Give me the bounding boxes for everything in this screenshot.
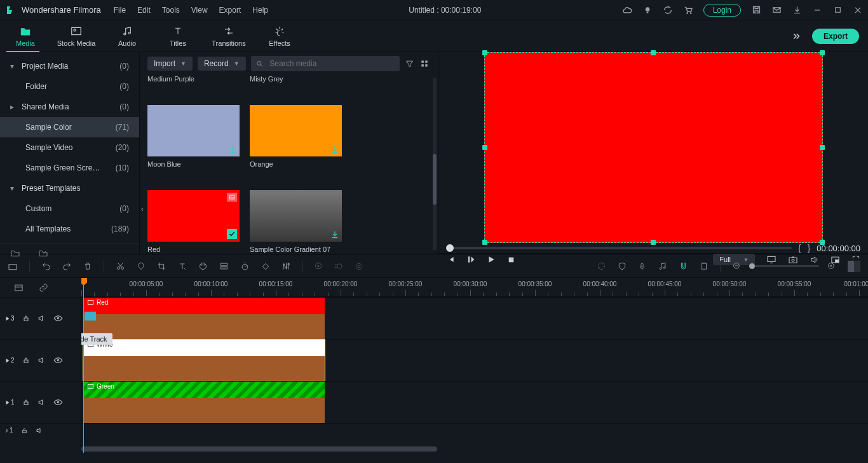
- play-pause-icon[interactable]: [466, 255, 475, 264]
- display-icon[interactable]: [766, 255, 776, 264]
- tab-transitions[interactable]: Transitions: [203, 25, 254, 47]
- tab-effects[interactable]: Effects: [254, 25, 305, 47]
- track-2[interactable]: White: [81, 339, 868, 381]
- bulb-icon[interactable]: [642, 5, 653, 15]
- detach-icon[interactable]: [219, 261, 229, 271]
- mixer-icon[interactable]: [658, 261, 667, 271]
- mark-in-icon[interactable]: {: [798, 243, 801, 253]
- track-expand-1[interactable]: 1: [5, 399, 15, 406]
- search-input[interactable]: [268, 59, 395, 69]
- download-icon[interactable]: [792, 5, 802, 15]
- mask-icon[interactable]: [355, 262, 363, 271]
- link-icon[interactable]: [39, 283, 48, 293]
- tab-stock-media[interactable]: Stock Media: [51, 25, 102, 47]
- zoom-in-icon[interactable]: [827, 261, 836, 271]
- menu-export[interactable]: Export: [219, 6, 241, 15]
- sidebar-item-folder[interactable]: Folder(0): [0, 76, 139, 97]
- media-scrollbar[interactable]: [433, 78, 437, 251]
- mail-icon[interactable]: [771, 5, 782, 15]
- mic-icon[interactable]: [638, 261, 646, 272]
- preview-canvas[interactable]: [484, 52, 823, 243]
- mute-icon[interactable]: [36, 427, 43, 434]
- track-expand-3[interactable]: 3: [5, 315, 15, 322]
- timeline-options-icon[interactable]: [14, 284, 24, 292]
- thumb-red[interactable]: Red: [147, 190, 240, 254]
- tab-media[interactable]: Media: [0, 25, 51, 47]
- seek-knob[interactable]: [446, 244, 454, 252]
- login-button[interactable]: Login: [703, 4, 741, 17]
- minimize-icon[interactable]: [812, 5, 822, 15]
- refresh-icon[interactable]: [663, 5, 673, 15]
- audio-track[interactable]: [81, 423, 868, 437]
- clip-green[interactable]: Green: [83, 382, 325, 423]
- mute-icon[interactable]: [37, 314, 46, 322]
- visibility-icon[interactable]: [53, 357, 63, 364]
- sidebar-item-sample-video[interactable]: Sample Video(20): [0, 137, 139, 158]
- menu-file[interactable]: File: [114, 6, 126, 15]
- sidebar-item-sample-color[interactable]: Sample Color(71): [0, 117, 139, 137]
- close-icon[interactable]: [853, 5, 863, 15]
- cart-icon[interactable]: [683, 5, 693, 15]
- zoom-slider[interactable]: [749, 265, 819, 267]
- play-icon[interactable]: [487, 255, 496, 264]
- timeline-ruler[interactable]: 00:00:05:0000:00:10:0000:00:15:0000:00:2…: [81, 278, 868, 297]
- menu-edit[interactable]: Edit: [137, 6, 151, 15]
- keyframe-icon[interactable]: [261, 262, 270, 271]
- track-1[interactable]: Green: [81, 381, 868, 423]
- shield-icon[interactable]: [618, 261, 627, 271]
- filter-icon[interactable]: [405, 59, 415, 69]
- delete-icon[interactable]: [83, 261, 92, 271]
- menu-tools[interactable]: Tools: [162, 6, 180, 15]
- track-expand-2[interactable]: 2: [5, 357, 15, 364]
- redo-icon[interactable]: [62, 261, 72, 271]
- sidebar-item-project-media[interactable]: ▾Project Media(0): [0, 56, 139, 76]
- crop-icon[interactable]: [157, 261, 166, 271]
- mark-out-icon[interactable]: }: [808, 243, 811, 253]
- lock-icon[interactable]: [22, 314, 30, 322]
- link-folder-icon[interactable]: [38, 249, 48, 258]
- visibility-icon[interactable]: [53, 399, 63, 406]
- hsv-icon[interactable]: ⦿: [315, 262, 322, 271]
- new-folder-icon[interactable]: [10, 249, 20, 258]
- speed-icon[interactable]: [240, 261, 250, 271]
- sidebar-item-all-templates[interactable]: All Templates(189): [0, 219, 139, 239]
- track-3[interactable]: Red Hide Track: [81, 297, 868, 339]
- clip-white[interactable]: White: [83, 340, 325, 381]
- magnet-icon[interactable]: [679, 261, 688, 271]
- playhead[interactable]: [83, 278, 84, 453]
- record-dropdown[interactable]: Record▼: [198, 57, 246, 71]
- auto-reframe-icon[interactable]: [597, 261, 606, 271]
- thumb-moon-blue[interactable]: Moon Blue: [147, 105, 240, 169]
- sidebar-item-sample-green[interactable]: Sample Green Scre…(10): [0, 158, 139, 178]
- save-icon[interactable]: [751, 5, 761, 15]
- thumb-gradient-07[interactable]: Sample Color Gradient 07: [250, 190, 342, 254]
- import-dropdown[interactable]: Import▼: [147, 57, 193, 71]
- motion-icon[interactable]: [334, 261, 343, 271]
- keyboard-icon[interactable]: [8, 262, 18, 271]
- add-marker-icon[interactable]: [700, 261, 709, 271]
- zoom-out-icon[interactable]: [732, 261, 742, 271]
- snapshot-icon[interactable]: [788, 255, 798, 264]
- scroll-left-icon[interactable]: ‹: [141, 205, 144, 214]
- text-tool-icon[interactable]: [178, 262, 187, 271]
- thumb-orange[interactable]: Orange: [250, 105, 342, 169]
- lock-icon[interactable]: [22, 398, 30, 406]
- sidebar-item-preset-templates[interactable]: ▾Preset Templates: [0, 178, 139, 198]
- marker-icon[interactable]: [137, 261, 146, 271]
- tab-titles[interactable]: Titles: [153, 25, 203, 47]
- download-icon[interactable]: [330, 230, 339, 239]
- step-back-icon[interactable]: [446, 255, 455, 264]
- visibility-icon[interactable]: [53, 315, 63, 322]
- lock-icon[interactable]: [21, 427, 28, 434]
- lock-icon[interactable]: [22, 356, 30, 364]
- cloud-icon[interactable]: [622, 5, 632, 15]
- volume-icon[interactable]: [810, 255, 819, 265]
- grid-view-icon[interactable]: [420, 59, 430, 68]
- search-media[interactable]: [251, 56, 400, 71]
- tab-audio[interactable]: Audio: [102, 25, 153, 47]
- clip-red[interactable]: Red: [83, 298, 325, 339]
- mute-icon[interactable]: [37, 356, 46, 364]
- download-icon[interactable]: [228, 145, 237, 154]
- preview-seek-track[interactable]: [446, 247, 792, 249]
- dual-view-toggle[interactable]: [848, 261, 860, 272]
